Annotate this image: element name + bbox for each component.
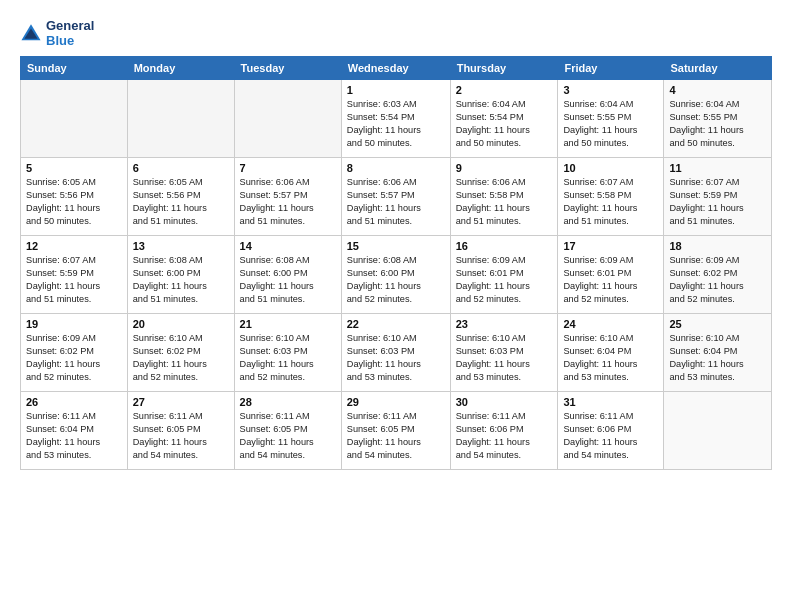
day-info: Sunrise: 6:03 AM Sunset: 5:54 PM Dayligh…: [347, 98, 445, 150]
header: General Blue: [20, 18, 772, 48]
calendar-cell: 26Sunrise: 6:11 AM Sunset: 6:04 PM Dayli…: [21, 392, 128, 470]
day-number: 25: [669, 318, 766, 330]
col-header-saturday: Saturday: [664, 57, 772, 80]
day-info: Sunrise: 6:09 AM Sunset: 6:01 PM Dayligh…: [563, 254, 658, 306]
calendar-cell: 9Sunrise: 6:06 AM Sunset: 5:58 PM Daylig…: [450, 158, 558, 236]
calendar-cell: 29Sunrise: 6:11 AM Sunset: 6:05 PM Dayli…: [341, 392, 450, 470]
day-number: 20: [133, 318, 229, 330]
calendar-week-5: 26Sunrise: 6:11 AM Sunset: 6:04 PM Dayli…: [21, 392, 772, 470]
calendar-week-3: 12Sunrise: 6:07 AM Sunset: 5:59 PM Dayli…: [21, 236, 772, 314]
calendar-cell: 24Sunrise: 6:10 AM Sunset: 6:04 PM Dayli…: [558, 314, 664, 392]
calendar-week-1: 1Sunrise: 6:03 AM Sunset: 5:54 PM Daylig…: [21, 80, 772, 158]
calendar-cell: 25Sunrise: 6:10 AM Sunset: 6:04 PM Dayli…: [664, 314, 772, 392]
day-number: 15: [347, 240, 445, 252]
day-info: Sunrise: 6:04 AM Sunset: 5:55 PM Dayligh…: [669, 98, 766, 150]
day-info: Sunrise: 6:05 AM Sunset: 5:56 PM Dayligh…: [133, 176, 229, 228]
day-info: Sunrise: 6:11 AM Sunset: 6:06 PM Dayligh…: [456, 410, 553, 462]
calendar-cell: 23Sunrise: 6:10 AM Sunset: 6:03 PM Dayli…: [450, 314, 558, 392]
calendar-cell: 5Sunrise: 6:05 AM Sunset: 5:56 PM Daylig…: [21, 158, 128, 236]
day-number: 12: [26, 240, 122, 252]
day-info: Sunrise: 6:04 AM Sunset: 5:54 PM Dayligh…: [456, 98, 553, 150]
day-number: 13: [133, 240, 229, 252]
day-number: 8: [347, 162, 445, 174]
day-number: 16: [456, 240, 553, 252]
calendar-header-row: SundayMondayTuesdayWednesdayThursdayFrid…: [21, 57, 772, 80]
day-number: 28: [240, 396, 336, 408]
day-info: Sunrise: 6:10 AM Sunset: 6:02 PM Dayligh…: [133, 332, 229, 384]
day-number: 30: [456, 396, 553, 408]
day-number: 7: [240, 162, 336, 174]
day-number: 24: [563, 318, 658, 330]
day-info: Sunrise: 6:08 AM Sunset: 6:00 PM Dayligh…: [240, 254, 336, 306]
day-number: 3: [563, 84, 658, 96]
calendar-cell: 15Sunrise: 6:08 AM Sunset: 6:00 PM Dayli…: [341, 236, 450, 314]
day-info: Sunrise: 6:11 AM Sunset: 6:06 PM Dayligh…: [563, 410, 658, 462]
day-number: 31: [563, 396, 658, 408]
col-header-sunday: Sunday: [21, 57, 128, 80]
calendar-cell: 27Sunrise: 6:11 AM Sunset: 6:05 PM Dayli…: [127, 392, 234, 470]
col-header-tuesday: Tuesday: [234, 57, 341, 80]
day-number: 23: [456, 318, 553, 330]
calendar-cell: 12Sunrise: 6:07 AM Sunset: 5:59 PM Dayli…: [21, 236, 128, 314]
day-info: Sunrise: 6:05 AM Sunset: 5:56 PM Dayligh…: [26, 176, 122, 228]
calendar-cell: 31Sunrise: 6:11 AM Sunset: 6:06 PM Dayli…: [558, 392, 664, 470]
calendar-cell: [234, 80, 341, 158]
day-number: 27: [133, 396, 229, 408]
day-number: 19: [26, 318, 122, 330]
day-info: Sunrise: 6:10 AM Sunset: 6:04 PM Dayligh…: [669, 332, 766, 384]
logo-icon: [20, 22, 42, 44]
day-info: Sunrise: 6:10 AM Sunset: 6:03 PM Dayligh…: [456, 332, 553, 384]
col-header-friday: Friday: [558, 57, 664, 80]
calendar-cell: 21Sunrise: 6:10 AM Sunset: 6:03 PM Dayli…: [234, 314, 341, 392]
day-info: Sunrise: 6:06 AM Sunset: 5:58 PM Dayligh…: [456, 176, 553, 228]
day-info: Sunrise: 6:11 AM Sunset: 6:05 PM Dayligh…: [240, 410, 336, 462]
day-number: 22: [347, 318, 445, 330]
day-info: Sunrise: 6:10 AM Sunset: 6:04 PM Dayligh…: [563, 332, 658, 384]
day-number: 14: [240, 240, 336, 252]
day-info: Sunrise: 6:09 AM Sunset: 6:02 PM Dayligh…: [26, 332, 122, 384]
day-info: Sunrise: 6:08 AM Sunset: 6:00 PM Dayligh…: [347, 254, 445, 306]
calendar-cell: 7Sunrise: 6:06 AM Sunset: 5:57 PM Daylig…: [234, 158, 341, 236]
col-header-monday: Monday: [127, 57, 234, 80]
calendar-cell: 11Sunrise: 6:07 AM Sunset: 5:59 PM Dayli…: [664, 158, 772, 236]
day-number: 1: [347, 84, 445, 96]
calendar-cell: 19Sunrise: 6:09 AM Sunset: 6:02 PM Dayli…: [21, 314, 128, 392]
day-number: 5: [26, 162, 122, 174]
day-info: Sunrise: 6:08 AM Sunset: 6:00 PM Dayligh…: [133, 254, 229, 306]
day-number: 9: [456, 162, 553, 174]
page: General Blue SundayMondayTuesdayWednesda…: [0, 0, 792, 612]
calendar-cell: 1Sunrise: 6:03 AM Sunset: 5:54 PM Daylig…: [341, 80, 450, 158]
calendar-cell: 17Sunrise: 6:09 AM Sunset: 6:01 PM Dayli…: [558, 236, 664, 314]
day-number: 6: [133, 162, 229, 174]
calendar-cell: 10Sunrise: 6:07 AM Sunset: 5:58 PM Dayli…: [558, 158, 664, 236]
col-header-wednesday: Wednesday: [341, 57, 450, 80]
day-info: Sunrise: 6:10 AM Sunset: 6:03 PM Dayligh…: [347, 332, 445, 384]
day-info: Sunrise: 6:07 AM Sunset: 5:59 PM Dayligh…: [26, 254, 122, 306]
calendar-week-2: 5Sunrise: 6:05 AM Sunset: 5:56 PM Daylig…: [21, 158, 772, 236]
day-number: 11: [669, 162, 766, 174]
calendar-cell: 2Sunrise: 6:04 AM Sunset: 5:54 PM Daylig…: [450, 80, 558, 158]
calendar-cell: 28Sunrise: 6:11 AM Sunset: 6:05 PM Dayli…: [234, 392, 341, 470]
logo-text: General Blue: [46, 18, 94, 48]
day-number: 29: [347, 396, 445, 408]
day-info: Sunrise: 6:04 AM Sunset: 5:55 PM Dayligh…: [563, 98, 658, 150]
day-info: Sunrise: 6:07 AM Sunset: 5:59 PM Dayligh…: [669, 176, 766, 228]
calendar-cell: [664, 392, 772, 470]
calendar-cell: 30Sunrise: 6:11 AM Sunset: 6:06 PM Dayli…: [450, 392, 558, 470]
calendar-cell: 18Sunrise: 6:09 AM Sunset: 6:02 PM Dayli…: [664, 236, 772, 314]
day-info: Sunrise: 6:09 AM Sunset: 6:02 PM Dayligh…: [669, 254, 766, 306]
calendar-cell: 14Sunrise: 6:08 AM Sunset: 6:00 PM Dayli…: [234, 236, 341, 314]
day-info: Sunrise: 6:06 AM Sunset: 5:57 PM Dayligh…: [240, 176, 336, 228]
day-number: 10: [563, 162, 658, 174]
day-number: 4: [669, 84, 766, 96]
day-number: 18: [669, 240, 766, 252]
calendar-cell: 4Sunrise: 6:04 AM Sunset: 5:55 PM Daylig…: [664, 80, 772, 158]
day-number: 21: [240, 318, 336, 330]
calendar-cell: [21, 80, 128, 158]
calendar-cell: 6Sunrise: 6:05 AM Sunset: 5:56 PM Daylig…: [127, 158, 234, 236]
day-info: Sunrise: 6:06 AM Sunset: 5:57 PM Dayligh…: [347, 176, 445, 228]
col-header-thursday: Thursday: [450, 57, 558, 80]
calendar-cell: 3Sunrise: 6:04 AM Sunset: 5:55 PM Daylig…: [558, 80, 664, 158]
calendar-cell: [127, 80, 234, 158]
calendar-cell: 22Sunrise: 6:10 AM Sunset: 6:03 PM Dayli…: [341, 314, 450, 392]
